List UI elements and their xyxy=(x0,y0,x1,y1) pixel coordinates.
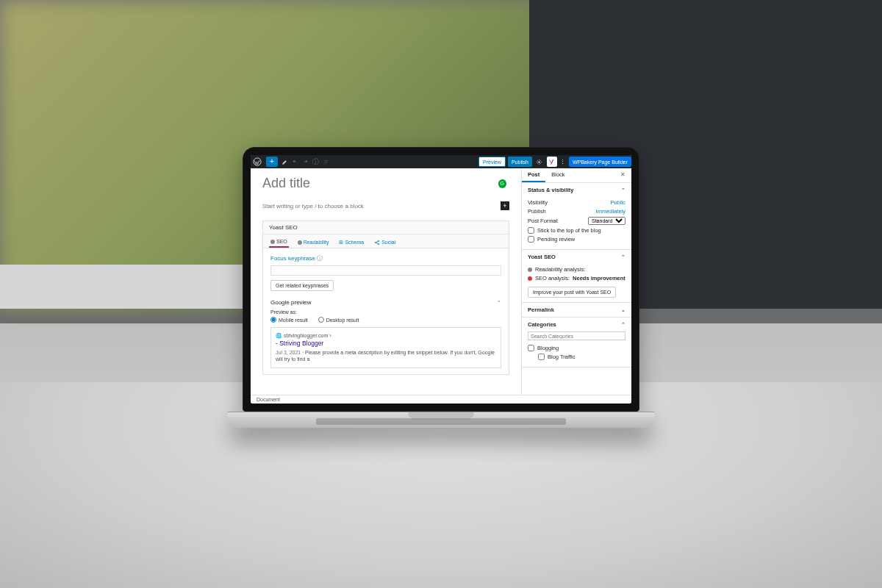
publish-value[interactable]: Immediately xyxy=(596,208,625,215)
google-preview-toggle[interactable]: Google preview ⌃ xyxy=(270,297,501,308)
svg-point-3 xyxy=(378,240,379,242)
yoast-tabs: SEO Readability ⊞ Schema xyxy=(263,234,509,248)
wordpress-logo-icon[interactable] xyxy=(251,155,264,168)
undo-icon[interactable] xyxy=(290,157,300,167)
svg-point-4 xyxy=(378,243,379,245)
yoast-metabox: Yoast SEO SEO Readability ⊞ xyxy=(262,220,509,375)
focus-keyphrase-label[interactable]: Focus keyphrase ⓘ xyxy=(270,254,501,262)
panel-status: Status & visibility⌃ VisibilityPublic Pu… xyxy=(522,183,631,250)
svg-point-1 xyxy=(539,161,540,162)
readability-analysis-label: Readability analysis: xyxy=(535,266,585,273)
post-format-label: Post Format xyxy=(528,218,558,224)
laptop: + ⓘ Preview Publish xyxy=(243,147,639,428)
chevron-up-icon: ⌃ xyxy=(497,300,501,306)
serp-preview: 🌐 strivingblogger.com › - Striving Blogg… xyxy=(270,327,501,368)
panel-permalink-toggle[interactable]: Permalink⌄ xyxy=(522,303,631,317)
statusbar-document[interactable]: Document xyxy=(257,397,280,402)
yoast-tab-schema-label: Schema xyxy=(345,240,364,245)
preview-as-label: Preview as: xyxy=(270,309,501,315)
mobile-result-radio[interactable]: Mobile result xyxy=(270,317,308,323)
editor-main: G Start writing or type / to choose a bl… xyxy=(251,168,521,395)
add-block-button[interactable]: + xyxy=(266,157,278,167)
visibility-value[interactable]: Public xyxy=(611,199,625,206)
panel-categories: Categories⌃ Blogging Blog Traffic xyxy=(522,318,631,368)
wordpress-editor: + ⓘ Preview Publish xyxy=(251,155,631,404)
category-search-input[interactable] xyxy=(528,331,625,340)
yoast-tab-readability[interactable]: Readability xyxy=(296,237,331,248)
yoast-tab-social-label: Social xyxy=(381,240,395,245)
serp-meta: Jul 3, 2021 · Please provide a meta desc… xyxy=(276,349,496,363)
close-sidebar-icon[interactable]: ✕ xyxy=(614,168,631,182)
grammarly-icon[interactable]: G xyxy=(498,179,506,188)
seo-analysis-label: SEO analysis: xyxy=(535,275,570,282)
post-title-input[interactable] xyxy=(262,176,498,191)
redo-icon[interactable] xyxy=(300,157,310,167)
serp-date: Jul 3, 2021 xyxy=(276,350,301,355)
status-dot-icon xyxy=(528,268,532,272)
panel-status-toggle[interactable]: Status & visibility⌃ xyxy=(522,183,631,197)
info-icon[interactable]: ⓘ xyxy=(310,157,320,167)
related-keyphrases-button[interactable]: Get related keyphrases xyxy=(270,280,334,291)
laptop-base xyxy=(228,412,654,428)
help-icon: ⓘ xyxy=(317,255,323,262)
preview-button[interactable]: Preview xyxy=(478,157,506,167)
chevron-up-icon: ⌃ xyxy=(621,322,625,328)
chevron-up-icon: ⌃ xyxy=(621,254,625,260)
wpbakery-button[interactable]: WPBakery Page Builder xyxy=(569,157,631,167)
improve-with-yoast-button[interactable]: Improve your post with Yoast SEO xyxy=(528,287,616,298)
google-preview-title: Google preview xyxy=(270,299,312,306)
share-icon xyxy=(374,240,380,245)
yoast-tab-readability-label: Readability xyxy=(304,240,329,245)
visibility-label: Visibility xyxy=(528,199,548,206)
settings-sidebar: Post Block ✕ Status & visibility⌃ Visibi… xyxy=(521,168,631,395)
globe-icon: 🌐 xyxy=(276,333,282,338)
serp-breadcrumb: 🌐 strivingblogger.com › xyxy=(276,332,496,339)
category-blogging[interactable]: Blogging xyxy=(528,345,625,351)
readability-status-dot-icon xyxy=(298,240,302,245)
pending-review-checkbox[interactable]: Pending review xyxy=(528,236,625,243)
status-dot-icon xyxy=(528,276,532,281)
svg-point-0 xyxy=(254,158,261,165)
seo-status-dot-icon xyxy=(270,240,275,244)
desktop-result-radio[interactable]: Desktop result xyxy=(318,317,359,323)
schema-icon: ⊞ xyxy=(339,240,343,245)
svg-point-2 xyxy=(375,242,376,243)
yoast-tab-seo-label: SEO xyxy=(276,239,287,244)
block-placeholder-text[interactable]: Start writing or type / to choose a bloc… xyxy=(262,203,501,209)
editor-body: G Start writing or type / to choose a bl… xyxy=(251,168,631,395)
editor-statusbar: Document xyxy=(251,395,631,404)
yoast-tab-seo[interactable]: SEO xyxy=(269,237,289,248)
editor-topbar: + ⓘ Preview Publish xyxy=(251,155,631,168)
panel-categories-toggle[interactable]: Categories⌃ xyxy=(522,318,631,331)
yoast-toolbar-icon[interactable] xyxy=(547,157,557,167)
chevron-up-icon: ⌃ xyxy=(621,187,625,193)
laptop-keyboard xyxy=(316,418,566,425)
panel-yoast: Yoast SEO⌃ Readability analysis: SEO ana… xyxy=(522,250,631,303)
post-format-select[interactable]: Standard xyxy=(588,217,625,225)
sidebar-tab-post[interactable]: Post xyxy=(522,168,545,182)
serp-title: - Striving Blogger xyxy=(276,340,496,348)
publish-label: Publish xyxy=(528,208,546,215)
more-options-icon[interactable]: ⋮ xyxy=(559,157,567,167)
panel-yoast-toggle[interactable]: Yoast SEO⌃ xyxy=(522,250,631,264)
yoast-tab-schema[interactable]: ⊞ Schema xyxy=(337,237,365,248)
yoast-tab-social[interactable]: Social xyxy=(373,237,397,248)
focus-keyphrase-input[interactable] xyxy=(270,265,501,276)
chevron-down-icon: ⌄ xyxy=(621,307,625,313)
panel-permalink: Permalink⌄ xyxy=(522,303,631,318)
seo-analysis-value: Needs improvement xyxy=(573,275,625,282)
insert-block-button[interactable]: + xyxy=(501,201,509,210)
category-blog-traffic[interactable]: Blog Traffic xyxy=(538,354,625,360)
sidebar-tab-block[interactable]: Block xyxy=(545,168,570,182)
sticky-checkbox[interactable]: Stick to the top of the blog xyxy=(528,227,625,234)
yoast-metabox-title: Yoast SEO xyxy=(263,221,509,234)
publish-button[interactable]: Publish xyxy=(508,157,532,167)
laptop-lid: + ⓘ Preview Publish xyxy=(243,147,639,412)
settings-button[interactable] xyxy=(534,157,545,167)
sidebar-tabs: Post Block ✕ xyxy=(522,168,631,183)
outline-icon[interactable] xyxy=(320,157,331,167)
edit-mode-icon[interactable] xyxy=(279,157,290,167)
